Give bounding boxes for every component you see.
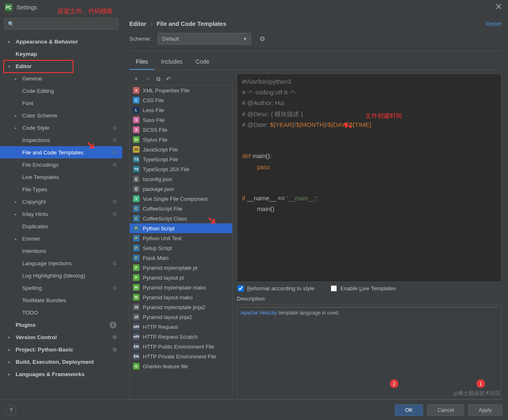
content-panel: Editor › File and Code Templates Reset S… [123,15,508,399]
template-http-request-scratch[interactable]: APIHTTP Request Scratch [130,332,232,342]
template-http-request[interactable]: APIHTTP Request [130,322,232,332]
sidebar-item-spelling[interactable]: Spelling⧉ [0,282,122,294]
add-icon[interactable]: ＋ [133,75,139,83]
sidebar-item-keymap[interactable]: Keymap [0,48,122,60]
template-pyramid-mytemplate-jinja2[interactable]: J2Pyramid mytemplate jinja2 [130,302,232,312]
apply-button[interactable]: Apply [468,404,502,416]
template-typescript-jsx-file[interactable]: TSTypeScript JSX File [130,164,232,174]
tab-includes[interactable]: Includes [155,55,189,70]
file-icon: S [133,126,140,133]
sidebar-item-color-scheme[interactable]: Color Scheme [0,109,122,122]
template-http-public-environment-file[interactable]: ENHTTP Public Environment File [130,342,232,351]
sidebar-item-appearance-behavior[interactable]: Appearance & Behavior [0,35,122,48]
help-button[interactable]: ? [6,405,16,415]
template-setup-script[interactable]: PSetup Script [130,243,232,253]
template-javascript-file[interactable]: JSJavaScript File [130,145,232,154]
sidebar-item-version-control[interactable]: Version Control⧉ [0,331,122,343]
remove-icon[interactable]: － [145,75,151,83]
sidebar-item-build-execution-deployment[interactable]: Build, Execution, Deployment [0,356,122,368]
template-sass-file[interactable]: SSass File [130,115,232,125]
sidebar-item-emmet[interactable]: Emmet [0,232,122,245]
template-http-private-environment-file[interactable]: ENHTTP Private Environment File [130,351,232,361]
sidebar-item-inlay-hints[interactable]: Inlay Hints⧉ [0,208,122,220]
template-typescript-file[interactable]: TSTypeScript File [130,154,232,164]
template-xml-properties-file[interactable]: XXML Properties File [130,85,232,95]
file-icon: P [133,245,140,251]
template-less-file[interactable]: LLess File [130,105,232,115]
file-icon: C [133,215,140,222]
chevron-icon [8,39,14,44]
undo-icon[interactable]: ↶ [166,76,171,82]
sidebar-item-copyright[interactable]: Copyright⧉ [0,195,122,208]
search-input[interactable]: 🔍 [4,18,118,30]
sidebar-item-live-templates[interactable]: Live Templates [0,171,122,183]
sidebar-item-font[interactable]: Font [0,97,122,109]
velocity-link[interactable]: Apache Velocity [240,310,277,316]
template-stylus-file[interactable]: StStylus File [130,135,232,145]
template-pyramid-mytemplate-pt[interactable]: PPyramid mytemplate pt [130,263,232,273]
sidebar-item-file-types[interactable]: File Types [0,183,122,195]
file-icon: EN [133,343,140,350]
template-pyramid-layout-pt[interactable]: PPyramid layout pt [130,273,232,282]
file-icon: {} [133,176,140,182]
copy-icon: ⧉ [113,137,117,143]
sidebar-item-language-injections[interactable]: Language Injections⧉ [0,257,122,269]
sidebar-item-code-style[interactable]: Code Style⧉ [0,122,122,134]
chevron-right-icon: › [151,21,153,27]
reset-link[interactable]: Reset [486,21,501,27]
sidebar-item-file-encodings[interactable]: File Encodings⧉ [0,158,122,171]
template-scss-file[interactable]: SSCSS File [130,125,232,135]
copy-icon: ⧉ [113,211,117,217]
template-css-file[interactable]: CCSS File [130,95,232,105]
copy-icon[interactable]: ⧉ [156,76,160,83]
template-tsconfig-json[interactable]: {}tsconfig.json [130,174,232,184]
enable-live-checkbox[interactable]: Enable Live Templates [331,285,396,291]
sidebar-item-duplicates[interactable]: Duplicates [0,220,122,232]
template-python-unit-test[interactable]: PPython Unit Test [130,233,232,243]
sidebar-item-todo[interactable]: TODO [0,306,122,319]
sidebar-item-general[interactable]: General [0,72,122,85]
template-python-script[interactable]: PPython Script [130,223,232,233]
sidebar-item-editor[interactable]: Editor [0,60,122,72]
template-pyramid-layout-mako[interactable]: MPyramid layout mako [130,292,232,302]
chevron-icon [8,360,14,364]
template-pyramid-layout-jinja2[interactable]: J2Pyramid layout jinja2 [130,312,232,322]
close-icon[interactable]: ✕ [495,3,502,11]
sidebar-item-code-editing[interactable]: Code Editing [0,85,122,97]
tabs: Files Includes Code [129,55,501,70]
template-editor[interactable]: #!/usr/bin/python3 # -*- coding:utf-8 -*… [237,73,501,282]
copy-icon: ⧉ [113,149,117,155]
reformat-checkbox[interactable]: RReformat according to styleeformat acco… [238,285,314,291]
sidebar-item-project-python-basic[interactable]: Project: Python-Basic⧉ [0,343,122,356]
file-icon: M [133,284,140,291]
file-icon: St [133,136,140,143]
chevron-icon [8,335,14,340]
sidebar-item-file-and-code-templates[interactable]: File and Code Templates⧉ [0,146,122,158]
template-pyramid-mytemplate-mako[interactable]: MPyramid mytemplate mako [130,282,232,292]
sidebar-item-plugins[interactable]: Plugins2 [0,319,122,331]
sidebar-item-languages-frameworks[interactable]: Languages & Frameworks [0,368,122,380]
breadcrumb-editor[interactable]: Editor [129,21,146,27]
copy-icon: ⧉ [113,199,117,204]
template-coffeescript-file[interactable]: CCoffeeScript File [130,204,232,213]
description-box: Apache Velocity template language is use… [237,304,501,399]
copy-icon: ⧉ [113,125,117,131]
breadcrumb: Editor › File and Code Templates Reset [129,21,501,27]
tab-code[interactable]: Code [189,55,216,70]
sidebar-item-log-highlighting-ideolog-[interactable]: Log Highlighting (Ideolog) [0,269,122,282]
scheme-select[interactable]: Default ▾ [158,33,251,45]
tab-files[interactable]: Files [129,55,155,70]
template-vue-single-file-component[interactable]: VVue Single File Component [130,194,232,204]
file-icon: X [133,87,140,94]
gear-icon[interactable]: ⚙ [259,35,265,43]
template-package-json[interactable]: {}package.json [130,184,232,194]
template-coffeescript-class[interactable]: CCoffeeScript Class [130,213,232,223]
cancel-button[interactable]: Cancel [427,404,464,416]
copy-icon: ⧉ [113,162,117,168]
sidebar-item-textmate-bundles[interactable]: TextMate Bundles [0,294,122,306]
sidebar-item-intentions[interactable]: Intentions [0,245,122,257]
sidebar-item-inspections[interactable]: Inspections⧉ [0,134,122,146]
template-gherkin-feature-file[interactable]: GGherkin feature file [130,361,232,371]
ok-button[interactable]: OK [395,404,423,416]
template-flask-main[interactable]: FFlask Main [130,253,232,263]
